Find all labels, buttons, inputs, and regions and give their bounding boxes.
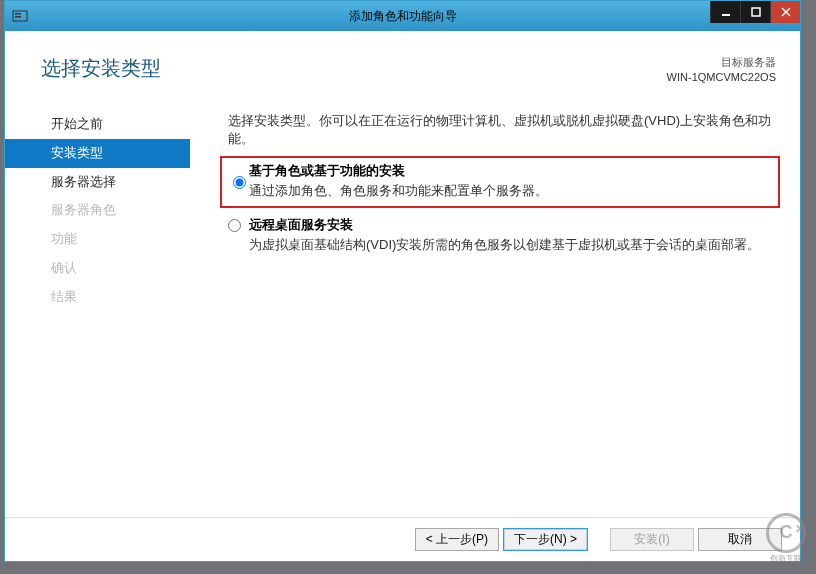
option-role-based-title: 基于角色或基于功能的安装 xyxy=(249,162,772,180)
step-results: 结果 xyxy=(5,283,190,312)
wizard-steps-sidebar: 开始之前 安装类型 服务器选择 服务器角色 功能 确认 结果 xyxy=(5,92,190,517)
option-remote-desktop: 远程桌面服务安装 为虚拟桌面基础结构(VDI)安装所需的角色服务以创建基于虚拟机… xyxy=(228,214,772,264)
page-body: 开始之前 安装类型 服务器选择 服务器角色 功能 确认 结果 选择安装类型。你可… xyxy=(5,92,800,517)
main-panel: 选择安装类型。你可以在正在运行的物理计算机、虚拟机或脱机虚拟硬盘(VHD)上安装… xyxy=(190,92,800,517)
option-role-based-highlight: 基于角色或基于功能的安装 通过添加角色、角色服务和功能来配置单个服务器。 xyxy=(220,156,780,208)
wizard-window: 添加角色和功能向导 选择安装类型 目标服务器 WIN-1QMCVMC22OS 开… xyxy=(4,0,801,562)
target-server-name: WIN-1QMCVMC22OS xyxy=(667,70,776,85)
option-remote-desktop-body: 远程桌面服务安装 为虚拟桌面基础结构(VDI)安装所需的角色服务以创建基于虚拟机… xyxy=(249,216,772,254)
step-features: 功能 xyxy=(5,225,190,254)
target-server-info: 目标服务器 WIN-1QMCVMC22OS xyxy=(667,55,776,86)
next-button[interactable]: 下一步(N) > xyxy=(503,528,588,551)
page-header: 选择安装类型 目标服务器 WIN-1QMCVMC22OS xyxy=(5,31,800,92)
watermark-text: 创新互联 xyxy=(770,553,802,564)
svg-rect-3 xyxy=(722,14,730,16)
step-server-selection[interactable]: 服务器选择 xyxy=(5,168,190,197)
radio-remote-desktop-install[interactable] xyxy=(228,219,241,232)
option-remote-desktop-desc: 为虚拟桌面基础结构(VDI)安装所需的角色服务以创建基于虚拟机或基于会话的桌面部… xyxy=(249,236,772,254)
step-installation-type[interactable]: 安装类型 xyxy=(5,139,190,168)
page-title: 选择安装类型 xyxy=(41,55,161,82)
minimize-button[interactable] xyxy=(710,1,740,23)
maximize-button[interactable] xyxy=(740,1,770,23)
step-server-roles: 服务器角色 xyxy=(5,196,190,225)
button-spacer xyxy=(592,528,606,551)
option-remote-desktop-title: 远程桌面服务安装 xyxy=(249,216,772,234)
svg-rect-4 xyxy=(752,8,760,16)
option-role-based-desc: 通过添加角色、角色服务和功能来配置单个服务器。 xyxy=(249,182,772,200)
install-button: 安装(I) xyxy=(610,528,694,551)
window-content: 选择安装类型 目标服务器 WIN-1QMCVMC22OS 开始之前 安装类型 服… xyxy=(5,31,800,561)
window-title: 添加角色和功能向导 xyxy=(5,8,800,25)
option-role-based-body: 基于角色或基于功能的安装 通过添加角色、角色服务和功能来配置单个服务器。 xyxy=(249,162,772,200)
watermark-icon: C✕ xyxy=(766,513,806,553)
step-confirmation: 确认 xyxy=(5,254,190,283)
close-button[interactable] xyxy=(770,1,800,23)
previous-button[interactable]: < 上一步(P) xyxy=(415,528,499,551)
intro-text: 选择安装类型。你可以在正在运行的物理计算机、虚拟机或脱机虚拟硬盘(VHD)上安装… xyxy=(228,112,772,148)
step-before-you-begin[interactable]: 开始之前 xyxy=(5,110,190,139)
radio-role-based-install[interactable] xyxy=(233,165,246,200)
target-server-label: 目标服务器 xyxy=(667,55,776,70)
wizard-footer: < 上一步(P) 下一步(N) > 安装(I) 取消 xyxy=(5,517,800,561)
watermark-logo: C✕ 创新互联 xyxy=(756,508,816,568)
window-controls xyxy=(710,1,800,23)
titlebar: 添加角色和功能向导 xyxy=(5,1,800,31)
